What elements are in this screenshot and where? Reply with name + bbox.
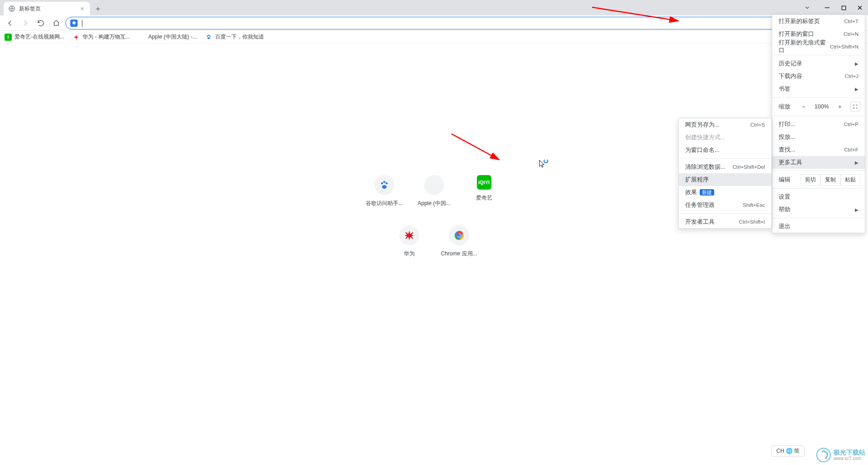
bookmark-item[interactable]: i爱奇艺-在线视频网... — [5, 33, 64, 41]
submenu-arrow-icon: ▶ — [855, 87, 858, 92]
chrome-icon — [449, 225, 469, 245]
menu-item[interactable]: 创建快捷方式... — [679, 131, 771, 144]
menu-item-label: 开发者工具 — [685, 218, 715, 226]
menu-item[interactable]: 效果新建 — [679, 186, 771, 199]
fullscreen-icon[interactable] — [850, 102, 860, 112]
svg-point-14 — [382, 185, 387, 189]
menu-item-label: 创建快捷方式... — [685, 134, 725, 142]
shortcut-item[interactable]: 华为 — [391, 225, 427, 258]
apple-icon — [138, 34, 146, 41]
menu-item-label: 更多工具 — [779, 159, 802, 166]
copy-button[interactable]: 复制 — [820, 174, 840, 186]
address-bar[interactable]: ❋ | — [65, 17, 806, 29]
paste-button[interactable]: 粘贴 — [840, 174, 860, 186]
new-badge: 新建 — [700, 189, 714, 196]
menu-item[interactable]: 打开新的窗口Ctrl+N — [772, 28, 865, 40]
zoom-label: 缩放 — [779, 103, 796, 111]
menu-item-label: 网页另存为... — [685, 121, 719, 129]
menu-shortcut: Ctrl+T — [844, 19, 858, 24]
svg-point-11 — [381, 182, 383, 185]
edit-row: 编辑 剪切 复制 粘贴 — [772, 173, 865, 186]
browser-tab[interactable]: 新标签页 — [4, 2, 90, 15]
menu-item-label: 任务管理器 — [685, 201, 715, 209]
close-window-button[interactable] — [852, 1, 868, 15]
menu-item-label: 书签 — [779, 85, 790, 93]
shortcut-item[interactable]: 谷歌访问助手... — [366, 175, 402, 207]
menu-item-label: 打印... — [779, 121, 795, 128]
menu-item[interactable]: 退出 — [772, 220, 865, 233]
menu-item[interactable]: 打印...Ctrl+P — [772, 118, 865, 131]
menu-item[interactable]: 打开新的无痕式窗口Ctrl+Shift+N — [772, 40, 865, 53]
apple-icon — [424, 175, 444, 195]
watermark-logo-icon — [816, 448, 831, 462]
iqiyi-icon: iQIYI — [477, 175, 491, 190]
menu-shortcut: Shift+Esc — [743, 202, 765, 208]
zoom-in-button[interactable]: + — [835, 102, 845, 112]
menu-item-label: 投放... — [779, 133, 795, 141]
ime-indicator[interactable]: CH 🌐 简 — [771, 445, 804, 457]
menu-item[interactable]: 打开新的标签页Ctrl+T — [772, 15, 865, 28]
shortcuts-grid: 谷歌访问助手... Apple (中国... iQIYI爱奇艺 华为 Chrom… — [312, 175, 557, 258]
huawei-icon — [73, 34, 80, 41]
back-button[interactable] — [4, 17, 16, 29]
menu-shortcut: Ctrl+P — [844, 122, 858, 127]
new-tab-button[interactable]: + — [92, 3, 104, 15]
shortcut-label: Apple (中国... — [417, 200, 450, 207]
menu-item[interactable]: 帮助▶ — [772, 203, 865, 216]
zoom-out-button[interactable]: − — [799, 102, 809, 112]
shortcut-label: Chrome 应用... — [441, 250, 477, 258]
menu-item[interactable]: 下载内容Ctrl+J — [772, 70, 865, 83]
zoom-value: 100% — [811, 103, 832, 110]
menu-item-label: 清除浏览数据... — [685, 163, 725, 171]
zoom-row: 缩放 − 100% + — [772, 99, 865, 114]
menu-item[interactable]: 网页另存为...Ctrl+S — [679, 118, 771, 131]
menu-item[interactable]: 为窗口命名... — [679, 144, 771, 157]
menu-item[interactable]: 设置 — [772, 191, 865, 203]
submenu-arrow-icon: ▶ — [855, 207, 858, 212]
reload-button[interactable] — [34, 17, 47, 29]
edit-label: 编辑 — [779, 176, 800, 184]
home-button[interactable] — [50, 17, 63, 29]
menu-item[interactable]: 投放... — [772, 131, 865, 143]
new-tab-content: 谷歌访问助手... Apple (中国... iQIYI爱奇艺 华为 Chrom… — [0, 44, 868, 465]
menu-item[interactable]: 开发者工具Ctrl+Shift+I — [679, 215, 771, 228]
baidu-icon — [205, 34, 212, 41]
menu-item[interactable]: 任务管理器Shift+Esc — [679, 199, 771, 211]
menu-item-label: 退出 — [779, 223, 790, 230]
bookmark-item[interactable]: Apple (中国大陆) -... — [138, 33, 197, 41]
menu-item-label: 打开新的标签页 — [779, 18, 820, 25]
menu-shortcut: Ctrl+Shift+Del — [732, 164, 765, 170]
menu-shortcut: Ctrl+Shift+N — [830, 44, 858, 49]
main-menu: 打开新的标签页Ctrl+T打开新的窗口Ctrl+N打开新的无痕式窗口Ctrl+S… — [772, 15, 865, 233]
tab-search-icon[interactable] — [799, 1, 815, 15]
forward-button[interactable] — [19, 17, 32, 29]
bookmark-item[interactable]: 华为 - 构建万物互... — [73, 33, 130, 41]
menu-item[interactable]: 历史记录▶ — [772, 57, 865, 70]
shortcut-item[interactable]: Apple (中国... — [416, 175, 452, 207]
menu-item[interactable]: 查找...Ctrl+F — [772, 143, 865, 156]
shortcut-label: 华为 — [404, 250, 415, 258]
bookmark-item[interactable]: 百度一下，你就知道 — [205, 33, 264, 41]
menu-item[interactable]: 书签▶ — [772, 83, 865, 95]
menu-item[interactable]: 更多工具▶ — [772, 156, 865, 169]
paw-icon — [374, 175, 394, 195]
toolbar: ❋ | — [0, 15, 868, 31]
svg-point-12 — [385, 182, 387, 185]
menu-item[interactable]: 清除浏览数据...Ctrl+Shift+Del — [679, 161, 771, 173]
minimize-button[interactable] — [819, 1, 835, 15]
bookmarks-bar: i爱奇艺-在线视频网... 华为 - 构建万物互... Apple (中国大陆)… — [0, 31, 868, 44]
close-tab-icon[interactable] — [79, 5, 85, 12]
svg-point-13 — [383, 181, 385, 183]
url-input[interactable] — [87, 20, 777, 26]
menu-item[interactable]: 扩展程序 — [679, 173, 771, 186]
bookmark-label: Apple (中国大陆) -... — [148, 33, 197, 41]
cut-button[interactable]: 剪切 — [800, 174, 820, 186]
title-bar: 新标签页 + — [0, 0, 868, 15]
shortcut-item[interactable]: iQIYI爱奇艺 — [466, 175, 502, 207]
menu-item-label: 下载内容 — [779, 73, 802, 80]
menu-item-label: 历史记录 — [779, 60, 802, 68]
menu-item-label: 扩展程序 — [685, 176, 709, 184]
shortcut-item[interactable]: Chrome 应用... — [441, 225, 477, 258]
menu-item-label: 帮助 — [779, 206, 790, 214]
maximize-button[interactable] — [835, 1, 852, 15]
